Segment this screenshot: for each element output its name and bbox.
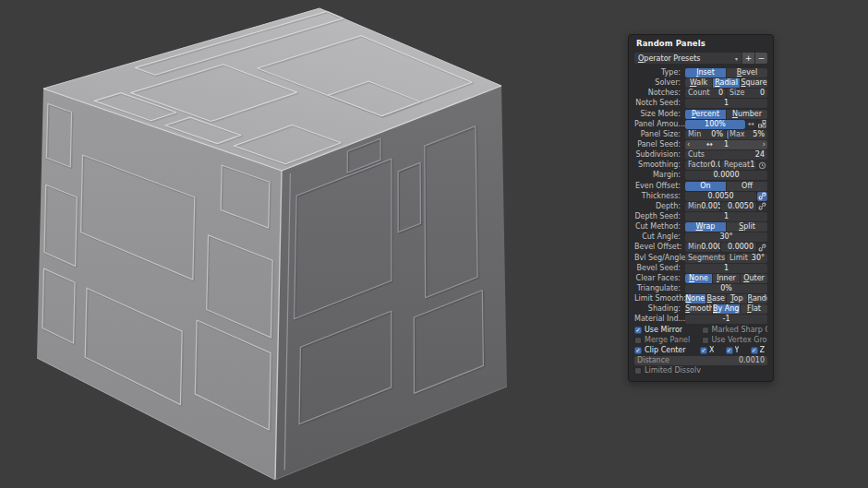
graph-icon-button[interactable] [757, 120, 767, 129]
option-none[interactable]: None [685, 274, 712, 283]
row-widget-thickness: 0.0050 [685, 192, 767, 201]
depth-value: 0.0050 [728, 202, 753, 211]
bvl-seg-angle-field-0[interactable]: Segments1 [685, 254, 726, 263]
margin-value: 0.0000 [714, 171, 740, 180]
panel-amount-slider[interactable]: 100% [685, 120, 745, 129]
clip-row-axis-x: ✓X [700, 346, 714, 355]
clip-row-axis-y-checkbox[interactable]: ✓ [726, 347, 733, 354]
thickness-field[interactable]: 0.0050 [685, 192, 756, 201]
cut-angle-field[interactable]: 30° [685, 232, 767, 242]
material-index-field[interactable]: -1 [685, 315, 767, 324]
option-wrap[interactable]: Wrap [685, 222, 726, 232]
option-off[interactable]: Off [727, 182, 767, 191]
row-bevel-offset: Bevel Offset:Min0.00000.0000 [634, 243, 767, 252]
option-walk[interactable]: Walk [685, 78, 712, 88]
option-square[interactable]: Square [741, 78, 767, 88]
clip-row-axis-z-checkbox[interactable]: ✓ [751, 347, 758, 354]
clip-row-clip-center-checkbox[interactable]: ✓ [634, 347, 642, 354]
row-widget-depth: Min0.00500.0050 [685, 202, 767, 211]
limited-dissolve-row-spacer [702, 366, 768, 375]
row-triangulate: Triangulate:0% [634, 284, 767, 293]
option-none[interactable]: None [685, 294, 705, 304]
row-notches: Notches:Count0Size0 [634, 89, 767, 98]
remove-preset-button[interactable]: − [755, 53, 767, 64]
smoothing-field-1[interactable]: Repeat1 [721, 161, 756, 170]
subdivision-sublabel: Cuts [688, 150, 705, 160]
option-top[interactable]: Top [727, 294, 747, 304]
depth-seed-field[interactable]: 1 [685, 212, 767, 221]
stepper-right-arrow[interactable]: › [763, 140, 766, 149]
row-cut-angle: Cut Angle:30° [634, 232, 767, 242]
bevel-seed-field[interactable]: 1 [685, 264, 767, 273]
row-widget-solver: WalkRadialSquare [685, 78, 767, 88]
notches-field-0[interactable]: Count0 [685, 89, 726, 98]
option-bevel[interactable]: Bevel [727, 68, 767, 77]
clip-row-axis-y: ✓Y [726, 346, 740, 355]
panel-size-field-0[interactable]: Min0% [685, 130, 726, 139]
merge-row-merge-panel-checkbox[interactable] [634, 337, 642, 344]
option-smooth[interactable]: Smooth [685, 304, 712, 314]
row-limit-smooth: Limit Smooth:NoneBaseTopRandom [634, 294, 767, 304]
depth-field-1[interactable]: 0.0050 [721, 202, 756, 211]
option-on[interactable]: On [685, 182, 726, 191]
row-widget-shading: SmoothBy AngleFlat [685, 304, 767, 314]
row-label-panel-size: Panel Size: [634, 130, 685, 139]
margin-field[interactable]: 0.0000 [685, 171, 767, 180]
row-label-bevel-offset: Bevel Offset: [634, 243, 685, 252]
link-icon-button[interactable] [757, 243, 767, 252]
row-clip-row: ✓Clip Center✓X✓Y✓Z [634, 346, 767, 355]
mirror-row-marked-sharp-only-checkbox[interactable] [702, 327, 709, 334]
row-solver: Solver:WalkRadialSquare [634, 78, 767, 88]
notch-seed-field[interactable]: 1 [685, 99, 767, 108]
smoothing-sublabel: Factor [688, 161, 711, 170]
subdivision-field[interactable]: Cuts24 [685, 150, 767, 160]
row-depth: Depth:Min0.00500.0050 [634, 202, 767, 211]
option-inner[interactable]: Inner [713, 274, 740, 283]
presets-row: Operator Presets ▾ + − [634, 53, 767, 64]
row-subdivision: Subdivision:Cuts24 [634, 150, 767, 160]
panel-title[interactable]: Random Panels [629, 35, 773, 52]
option-number[interactable]: Number [727, 110, 767, 119]
row-label-solver: Solver: [634, 78, 685, 88]
row-label-triangulate: Triangulate: [634, 284, 685, 293]
merge-row-use-vertex-group-checkbox[interactable] [702, 337, 709, 344]
link-icon-button[interactable] [757, 202, 767, 211]
row-widget-distance: Distance0.0010 [634, 356, 767, 365]
thickness-value: 0.0050 [708, 192, 734, 201]
row-label-bvl-seg-angle: Bvl Seg/Angle: [634, 254, 685, 263]
row-widget-mirror-row: ✓Use MirrorMarked Sharp Only [634, 326, 767, 335]
triangulate-field[interactable]: 0% [685, 284, 767, 293]
option-flat[interactable]: Flat [741, 304, 767, 314]
bevel-seed-value: 1 [724, 264, 729, 273]
blender-viewport[interactable]: Random Panels Operator Presets ▾ + − Typ… [0, 0, 868, 488]
limited-dissolve-row-limited-dissolve-checkbox[interactable] [634, 367, 642, 375]
bevel-offset-field-0[interactable]: Min0.0000 [685, 243, 720, 252]
option-percent[interactable]: Percent [685, 110, 726, 119]
depth-field-0[interactable]: Min0.0050 [685, 202, 720, 211]
option-split[interactable]: Split [727, 222, 767, 232]
link-icon-button[interactable] [757, 192, 767, 201]
panel-size-field-1[interactable]: Max5% [727, 130, 767, 139]
bvl-seg-angle-field-1[interactable]: Limit30° [727, 254, 767, 263]
option-base[interactable]: Base [706, 294, 727, 304]
notches-sublabel: Size [729, 89, 744, 98]
smoothing-field-0[interactable]: Factor0.000 [685, 161, 720, 170]
arrows-icon-button[interactable]: ↔ [746, 120, 756, 129]
distance-field[interactable]: Distance0.0010 [634, 356, 767, 365]
option-random[interactable]: Random [748, 294, 768, 304]
bevel-offset-field-1[interactable]: 0.0000 [721, 243, 756, 252]
option-inset[interactable]: Inset [685, 68, 726, 77]
row-widget-panel-seed: ‹↔1› [685, 140, 767, 149]
option-by-angle[interactable]: By Angle [713, 304, 740, 314]
clip-row-axis-x-checkbox[interactable]: ✓ [700, 347, 707, 354]
panel-seed-stepper[interactable]: ‹↔1› [685, 140, 767, 149]
option-radial[interactable]: Radial [713, 78, 740, 88]
clock-icon-button[interactable] [757, 161, 767, 170]
mirror-row-use-mirror-checkbox[interactable]: ✓ [634, 327, 642, 334]
add-preset-button[interactable]: + [742, 53, 754, 64]
notches-field-1[interactable]: Size0 [727, 89, 767, 98]
option-outer[interactable]: Outer [741, 274, 767, 283]
operator-presets-dropdown[interactable]: Operator Presets ▾ [634, 53, 741, 64]
stepper-left-arrow[interactable]: ‹ [687, 140, 690, 149]
distance-value: 0.0010 [739, 356, 765, 365]
